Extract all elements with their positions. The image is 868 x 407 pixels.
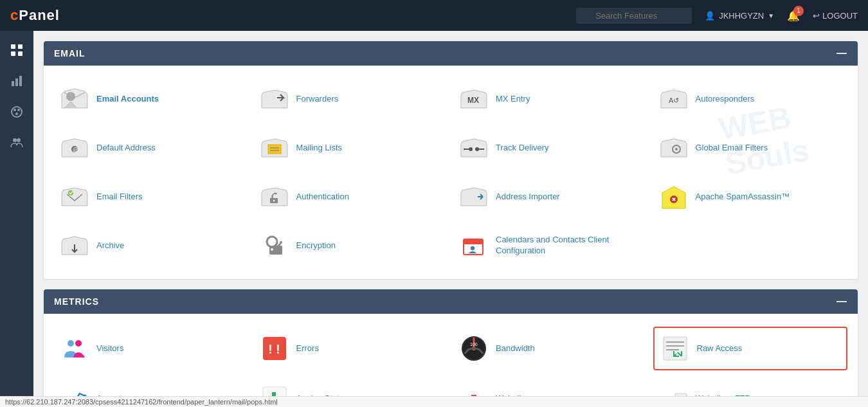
email-accounts-icon (59, 84, 90, 114)
top-navigation: cPanel 🔍 👤 JKHHGYZN ▼ 🔔 1 ↩ LOGOUT (0, 0, 868, 31)
svg-text:@: @ (73, 147, 78, 153)
bandwidth-item[interactable]: 100 Bandwidth (453, 327, 648, 370)
encryption-item[interactable]: Encryption (254, 225, 449, 266)
visitors-label: Visitors (96, 343, 123, 354)
svg-rect-5 (15, 78, 18, 86)
users-icon (10, 136, 23, 149)
visitors-icon (59, 333, 90, 364)
sidebar-item-theme[interactable] (4, 99, 30, 125)
chevron-down-icon: ▼ (768, 12, 774, 19)
svg-point-7 (12, 107, 22, 117)
search-input[interactable] (576, 8, 692, 24)
errors-label: Errors (296, 343, 319, 354)
archive-label: Archive (96, 240, 124, 251)
cpanel-logo-panel: Panel (19, 7, 60, 23)
metrics-section-header: METRICS — (44, 289, 858, 314)
encryption-label: Encryption (296, 240, 336, 251)
mailing-lists-label: Mailing Lists (296, 143, 343, 154)
sidebar-item-grid[interactable] (4, 37, 30, 63)
svg-text:MX: MX (467, 96, 479, 105)
svg-point-29 (267, 237, 277, 247)
status-bar: https://62.210.187.247:2083/cpsess421124… (0, 396, 868, 407)
svg-point-37 (75, 340, 82, 347)
bandwidth-label: Bandwidth (496, 343, 535, 354)
email-accounts-item[interactable]: Email Accounts (54, 78, 249, 120)
svg-point-11 (13, 138, 17, 142)
svg-rect-4 (12, 81, 14, 86)
metrics-collapse-icon[interactable]: — (836, 296, 847, 307)
errors-icon: ! ! (259, 333, 290, 364)
authentication-label: Authentication (296, 192, 349, 203)
svg-rect-18 (268, 145, 281, 154)
email-collapse-icon[interactable]: — (836, 48, 847, 59)
svg-point-36 (68, 340, 74, 347)
notification-badge: 1 (793, 6, 804, 16)
errors-item[interactable]: ! ! Errors (254, 327, 449, 370)
autoresponders-icon: A↺ (658, 84, 689, 114)
svg-text:!: ! (268, 342, 273, 356)
logout-button[interactable]: ↩ LOGOUT (813, 11, 858, 21)
sidebar-item-stats[interactable] (4, 68, 30, 94)
authentication-item[interactable]: Authentication (254, 176, 449, 217)
global-email-filters-icon (658, 132, 689, 163)
visitors-item[interactable]: Visitors (54, 327, 249, 370)
status-url: https://62.210.187.247:2083/cpsess421124… (5, 398, 278, 406)
svg-rect-34 (464, 239, 483, 244)
user-icon: 👤 (705, 11, 715, 21)
logout-icon: ↩ (813, 11, 820, 21)
mailing-lists-item[interactable]: Mailing Lists (254, 127, 449, 168)
topnav-right: 🔍 👤 JKHHGYZN ▼ 🔔 1 ↩ LOGOUT (576, 8, 858, 24)
metrics-section: METRICS — Visitors (44, 289, 858, 407)
raw-access-icon (660, 333, 691, 364)
svg-rect-38 (263, 337, 286, 360)
svg-rect-1 (18, 44, 23, 49)
global-email-filters-item[interactable]: Global Email Filters (653, 127, 848, 168)
svg-text:A↺: A↺ (669, 96, 679, 104)
address-importer-item[interactable]: Address Importer (453, 176, 648, 217)
svg-point-21 (469, 147, 473, 151)
mx-entry-item[interactable]: MX MX Entry (453, 78, 648, 120)
spam-assassin-label: Apache SpamAssassin™ (696, 192, 790, 203)
global-email-filters-label: Global Email Filters (696, 143, 768, 154)
track-delivery-icon (458, 132, 489, 163)
archive-item[interactable]: Archive (54, 225, 249, 266)
metrics-section-body: Visitors ! ! Errors (44, 314, 858, 407)
email-filters-item[interactable]: Email Filters (54, 176, 249, 217)
svg-point-10 (15, 113, 18, 115)
track-delivery-item[interactable]: Track Delivery (453, 127, 648, 168)
grid-icon (10, 44, 23, 57)
email-section: EMAIL — WEBSouls Email A (44, 41, 858, 279)
svg-point-8 (14, 109, 16, 111)
authentication-icon (259, 181, 290, 212)
calendars-contacts-item[interactable]: Calendars and Contacts Client Configurat… (453, 225, 648, 266)
svg-point-9 (17, 109, 20, 111)
cpanel-logo-c: c (10, 7, 19, 23)
email-section-header: EMAIL — (44, 41, 858, 66)
svg-point-13 (66, 92, 75, 101)
email-accounts-label: Email Accounts (96, 94, 159, 105)
forwarders-item[interactable]: Forwarders (254, 78, 449, 120)
svg-point-27 (273, 200, 275, 202)
bandwidth-icon: 100 (458, 333, 489, 364)
main-layout: EMAIL — WEBSouls Email A (0, 31, 868, 407)
notifications-button[interactable]: 🔔 1 (787, 10, 800, 22)
spam-assassin-item[interactable]: Apache SpamAssassin™ (653, 176, 848, 217)
default-address-item[interactable]: @ Default Address (54, 127, 249, 168)
svg-point-12 (17, 138, 21, 142)
autoresponders-item[interactable]: A↺ Autoresponders (653, 78, 848, 120)
main-content: EMAIL — WEBSouls Email A (33, 31, 868, 407)
archive-icon (59, 230, 90, 261)
svg-rect-3 (18, 51, 23, 56)
sidebar-item-users[interactable] (4, 130, 30, 156)
svg-rect-6 (19, 76, 22, 86)
raw-access-item[interactable]: Raw Access (653, 327, 848, 370)
mailing-lists-icon (259, 132, 290, 163)
mx-entry-label: MX Entry (496, 94, 530, 105)
search-wrapper[interactable]: 🔍 (576, 8, 692, 24)
calendars-contacts-icon (458, 230, 489, 261)
svg-rect-2 (11, 51, 15, 56)
user-menu[interactable]: 👤 JKHHGYZN ▼ (705, 11, 774, 21)
spam-assassin-icon (658, 181, 689, 212)
email-filters-icon (59, 181, 90, 212)
logout-label: LOGOUT (822, 11, 858, 21)
